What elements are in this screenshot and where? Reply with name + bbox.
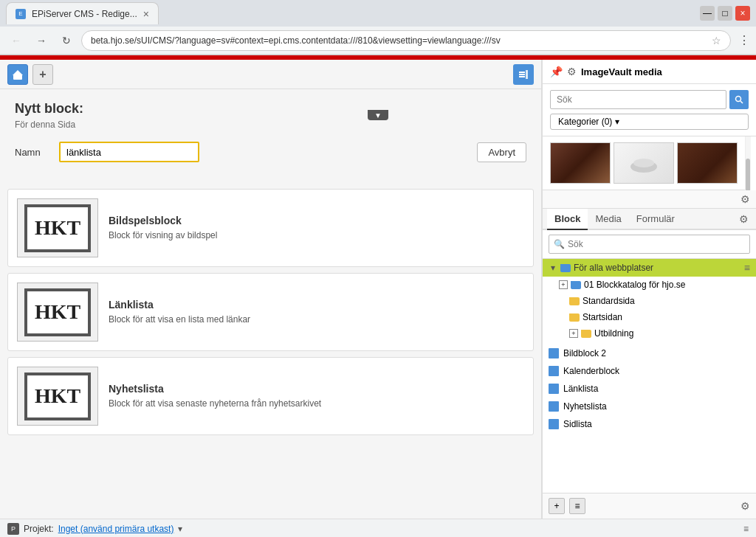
block-thumbnail: HKT bbox=[17, 283, 98, 342]
tab-title: EPiServer CMS - Redige... bbox=[32, 9, 137, 19]
back-button[interactable]: ← bbox=[6, 30, 27, 51]
hkt-logo: HKT bbox=[24, 373, 91, 420]
imagevault-search-button[interactable] bbox=[729, 90, 749, 109]
tree-root-label: För alla webbplatser bbox=[574, 263, 741, 273]
tree-item[interactable]: Startsidan bbox=[543, 309, 756, 325]
add-content-button[interactable]: + bbox=[32, 64, 53, 85]
browser-menu-button[interactable]: ⋮ bbox=[738, 33, 750, 47]
cms-home-button[interactable] bbox=[7, 64, 28, 85]
minimize-button[interactable]: — bbox=[700, 6, 715, 21]
list-item[interactable]: Länklista bbox=[543, 380, 756, 398]
block-item[interactable]: HKT Nyhetslista Block för att visa senas… bbox=[7, 357, 534, 435]
block-description: Block för att visa en lista med länkar bbox=[109, 313, 524, 326]
window-controls: — □ × bbox=[700, 6, 750, 21]
right-panel: 📌 ⚙ ImageVault media Kategorier (0) ▾ bbox=[542, 60, 756, 519]
search-icon bbox=[735, 95, 743, 104]
list-item[interactable]: Nyhetslista bbox=[543, 398, 756, 415]
list-view-button[interactable]: ≡ bbox=[569, 498, 585, 514]
tab-block[interactable]: Block bbox=[547, 209, 588, 230]
nav-bar: ← → ↻ beta.hjo.se/sUI/CMS/?language=sv#c… bbox=[0, 27, 756, 55]
block-icon bbox=[549, 348, 559, 358]
list-item[interactable]: Kalenderblock bbox=[543, 362, 756, 380]
tree-item[interactable]: + Utbildning bbox=[543, 325, 756, 342]
name-input[interactable] bbox=[59, 142, 199, 162]
block-description: Block för visning av bildspel bbox=[109, 229, 524, 242]
maximize-icon: □ bbox=[722, 8, 727, 18]
block-description: Block för att visa senaste nyheterna frå… bbox=[109, 398, 524, 410]
tree-root-item[interactable]: ▾ För alla webbplatser ≡ bbox=[543, 259, 756, 277]
cancel-button[interactable]: Avbryt bbox=[477, 142, 526, 162]
add-item-button[interactable]: + bbox=[549, 498, 565, 514]
block-item[interactable]: HKT Länklista Block för att visa en list… bbox=[7, 273, 534, 351]
forward-button[interactable]: → bbox=[31, 30, 52, 51]
imagevault-gear-icon[interactable]: ⚙ bbox=[567, 66, 577, 77]
block-icon bbox=[549, 401, 559, 412]
name-label: Namn bbox=[15, 147, 52, 158]
page-subtitle: För denna Sida bbox=[15, 119, 526, 130]
thumbnail-1[interactable] bbox=[550, 142, 611, 184]
image-thumbnails bbox=[543, 136, 745, 190]
toggle-panel-button[interactable] bbox=[513, 64, 534, 85]
block-icon bbox=[549, 366, 559, 376]
tree-item-label: Utbildning bbox=[594, 328, 750, 339]
block-name: Länklista bbox=[109, 299, 524, 311]
imagevault-scrollbar[interactable] bbox=[745, 136, 751, 190]
block-info: Nyhetslista Block för att visa senaste n… bbox=[109, 383, 524, 410]
imagevault-search-input[interactable] bbox=[550, 90, 726, 109]
folder-icon bbox=[569, 313, 580, 322]
tree-root-menu-icon[interactable]: ≡ bbox=[744, 262, 750, 274]
tree-actions: + ≡ ⚙ bbox=[543, 493, 756, 519]
block-item[interactable]: HKT Bildspelsblock Block för visning av … bbox=[7, 189, 534, 267]
svg-marker-1 bbox=[13, 70, 23, 75]
chevron-down-icon: ▼ bbox=[374, 111, 382, 119]
expand-plus-icon[interactable]: + bbox=[569, 329, 578, 338]
block-info: Bildspelsblock Block för visning av bild… bbox=[109, 215, 524, 242]
cms-toolbar: + bbox=[0, 60, 541, 89]
section-gear-icon[interactable]: ⚙ bbox=[740, 193, 750, 205]
tree-item-label: Startsidan bbox=[583, 312, 750, 322]
list-item-label: Kalenderblock bbox=[563, 366, 619, 376]
status-dropdown-icon[interactable]: ▾ bbox=[178, 524, 182, 534]
address-bar[interactable]: beta.hjo.se/sUI/CMS/?language=sv#context… bbox=[81, 30, 731, 51]
collapse-panel-button[interactable]: ▼ bbox=[368, 110, 388, 120]
thumbnail-2[interactable] bbox=[614, 142, 674, 184]
tree-search-input[interactable] bbox=[568, 239, 745, 249]
block-icon bbox=[549, 419, 559, 429]
page-title: Nytt block: bbox=[15, 101, 526, 117]
imagevault-title: ImageVault media bbox=[581, 66, 749, 77]
search-row bbox=[550, 90, 749, 109]
list-item[interactable]: Bildblock 2 bbox=[543, 344, 756, 362]
chevron-down-icon: ▾ bbox=[615, 117, 619, 127]
content-tabs: Block Media Formulär ⚙ bbox=[543, 209, 756, 230]
maximize-button[interactable]: □ bbox=[718, 6, 732, 21]
folder-icon bbox=[571, 281, 581, 289]
list-item[interactable]: Sidlista bbox=[543, 415, 756, 433]
project-name[interactable]: Inget (använd primära utkast) bbox=[58, 524, 174, 534]
svg-rect-2 bbox=[519, 72, 525, 73]
tab-formular[interactable]: Formulär bbox=[629, 209, 682, 230]
block-list: HKT Bildspelsblock Block för visning av … bbox=[0, 186, 541, 438]
main-layout: + Nytt block: För denna Sida Namn bbox=[0, 60, 756, 519]
tabs-gear-icon[interactable]: ⚙ bbox=[736, 210, 752, 228]
status-menu-icon[interactable]: ≡ bbox=[743, 524, 749, 534]
categories-button[interactable]: Kategorier (0) ▾ bbox=[550, 114, 749, 130]
refresh-button[interactable]: ↻ bbox=[56, 30, 77, 51]
tree-item[interactable]: Standardsida bbox=[543, 293, 756, 309]
name-form-row: Namn Avbryt bbox=[15, 142, 526, 162]
tree-actions-gear-icon[interactable]: ⚙ bbox=[740, 500, 750, 512]
close-window-button[interactable]: × bbox=[735, 6, 750, 21]
categories-label: Kategorier (0) bbox=[558, 117, 612, 127]
close-tab-icon[interactable]: × bbox=[143, 8, 149, 20]
bookmark-icon[interactable]: ☆ bbox=[712, 35, 721, 46]
block-thumbnail: HKT bbox=[17, 367, 98, 426]
tree-item[interactable]: + 01 Blockkatalog för hjo.se bbox=[543, 277, 756, 293]
pin-icon: 📌 bbox=[550, 66, 563, 77]
home-icon bbox=[12, 69, 24, 80]
browser-tab[interactable]: E EPiServer CMS - Redige... × bbox=[6, 2, 159, 24]
tree-expand-icon: ▾ bbox=[549, 263, 557, 272]
svg-line-7 bbox=[740, 101, 743, 103]
thumbnail-3[interactable] bbox=[677, 142, 738, 184]
tab-media[interactable]: Media bbox=[588, 209, 628, 230]
expand-plus-icon[interactable]: + bbox=[559, 280, 568, 289]
back-icon: ← bbox=[11, 35, 21, 46]
